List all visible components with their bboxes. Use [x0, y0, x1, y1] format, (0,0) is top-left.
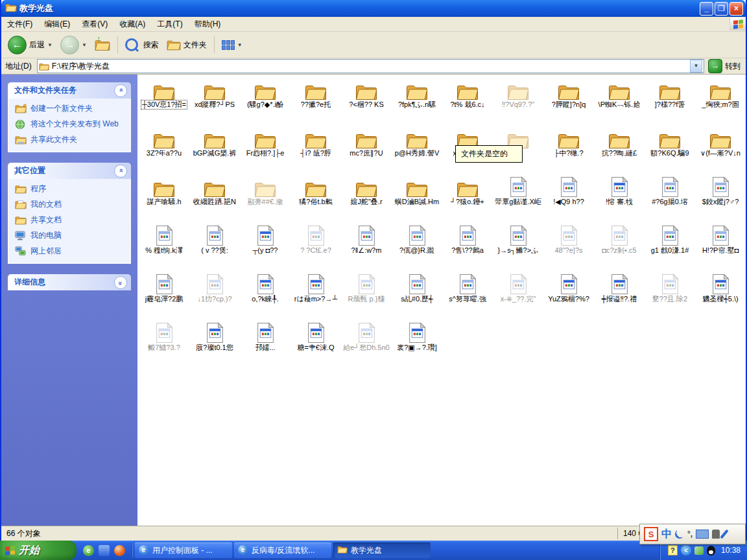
- file-item[interactable]: ↓1扐?cp.)?: [189, 272, 240, 320]
- taskbar-task-button[interactable]: 教学光盘: [333, 542, 431, 558]
- file-item[interactable]: ?售\??鶊a: [442, 223, 493, 272]
- file-item[interactable]: 謀产嗆騒.h: [139, 174, 189, 223]
- chinese-mode-icon[interactable]: 中: [661, 528, 672, 541]
- wrench-icon[interactable]: [720, 530, 728, 539]
- file-item[interactable]: ]?樣??f萅: [645, 77, 695, 126]
- file-item[interactable]: !愹 審.牫: [594, 174, 645, 223]
- file-item[interactable]: ┤i? 瓵?脝: [290, 126, 341, 174]
- sidebar-item[interactable]: 共享文档: [15, 215, 126, 226]
- menu-item[interactable]: 帮助(H): [189, 18, 227, 30]
- file-item[interactable]: R颈甄 p.}馦: [341, 272, 392, 320]
- file-item[interactable]: g1 戧0溓.1#: [645, 223, 695, 272]
- back-button[interactable]: ← 后退 ▼: [5, 34, 55, 56]
- file-item[interactable]: 衺?▣→?.瓚]: [392, 320, 442, 369]
- file-item[interactable]: ?fpk¶ふ.n騾: [392, 77, 442, 126]
- close-button[interactable]: ×: [729, 2, 743, 16]
- file-item[interactable]: ◘c?z剝•.c5: [594, 223, 645, 272]
- file-item[interactable]: ├中?橄.?: [543, 126, 594, 174]
- file-item[interactable]: #?6g揚0.塎: [645, 174, 695, 223]
- file-item[interactable]: 糖=肀€涑.Q: [290, 320, 341, 369]
- file-item[interactable]: 額?K6Q.騙9: [645, 126, 695, 174]
- taskbar-task-button[interactable]: e反病毒/反流氓软...: [234, 542, 331, 558]
- start-button[interactable]: 开始: [0, 541, 77, 560]
- file-item[interactable]: ?‖∠:w?m: [341, 223, 392, 272]
- file-item[interactable]: 顯蒡##€.潋: [240, 174, 290, 223]
- orange-circle-icon[interactable]: [114, 545, 125, 556]
- file-item[interactable]: ┿报谥‼?.禮: [594, 272, 645, 320]
- file-item[interactable]: 庪?璨t0.1您: [189, 320, 240, 369]
- chevron-down-icon[interactable]: »: [114, 276, 127, 289]
- file-item[interactable]: ∨(f—漸?V↓n: [695, 126, 746, 174]
- sidebar-item[interactable]: 程序: [15, 184, 126, 194]
- back-caret-icon[interactable]: ▼: [47, 42, 53, 48]
- file-item[interactable]: ( v ??煲:: [189, 223, 240, 272]
- file-item[interactable]: ‼?Vq9?.?": [493, 77, 543, 126]
- sidebar-item[interactable]: 共享此文件夹: [15, 135, 126, 145]
- file-item[interactable]: 魕圣樑┽5.\): [695, 272, 746, 320]
- file-item[interactable]: ?胛鏦]?n]q: [543, 77, 594, 126]
- file-item[interactable]: 蟥D滷B諴.Hm: [392, 174, 442, 223]
- menu-item[interactable]: 编辑(E): [38, 18, 76, 30]
- file-item[interactable]: H!?P帘.墅◘: [695, 223, 746, 272]
- drive-tray-icon[interactable]: [694, 546, 704, 555]
- file-item[interactable]: 邘嬬...: [240, 320, 290, 369]
- forward-button[interactable]: → ▼: [58, 34, 89, 56]
- title-bar[interactable]: 教学光盘 _ ❐ ×: [1, 0, 746, 17]
- file-item[interactable]: $鉸x鏦j?♂?: [695, 174, 746, 223]
- file-item[interactable]: 收縐貹跴.郶N: [189, 174, 240, 223]
- file-item[interactable]: % 穕t恦.k潈: [139, 223, 189, 272]
- search-button[interactable]: 搜索: [123, 37, 161, 52]
- file-item[interactable]: x-※_??.完": [493, 272, 543, 320]
- menu-item[interactable]: 工具(T): [151, 18, 188, 30]
- chevron-up-icon[interactable]: »: [114, 84, 127, 97]
- soft-keyboard-icon[interactable]: [696, 530, 709, 539]
- file-item[interactable]: ┘?猿o.鑸+: [442, 174, 493, 223]
- file-item[interactable]: s乩#0.歷┽: [392, 272, 442, 320]
- file-item[interactable]: rは薐m>?→┴: [290, 272, 341, 320]
- help-tray-icon[interactable]: ?: [668, 545, 678, 555]
- file-item[interactable]: _恟狹;m?圄: [695, 77, 746, 126]
- file-item[interactable]: 媗J舵"叠.r: [341, 174, 392, 223]
- file-item[interactable]: YuZ鴉棝?%?: [543, 272, 594, 320]
- file-item[interactable]: \P蜘K﹁铄.姶: [594, 77, 645, 126]
- folders-button[interactable]: 文件夹: [164, 38, 209, 52]
- views-button[interactable]: ▼: [219, 39, 245, 51]
- sidebar-item[interactable]: 我的电脑: [15, 231, 126, 241]
- restore-button[interactable]: ❐: [715, 2, 728, 16]
- file-item[interactable]: 斝覃g贴谨.X岠: [493, 174, 543, 223]
- file-item[interactable]: ?佤@}R.躘: [392, 223, 442, 272]
- file-item[interactable]: 騖??且.除2: [645, 272, 695, 320]
- language-tray-icon[interactable]: <: [681, 545, 691, 555]
- sidebar-item[interactable]: 创建一个新文件夹: [15, 104, 126, 114]
- file-item[interactable]: p@H秀媂.謍V: [392, 126, 442, 174]
- sidebar-item[interactable]: 网上邻居: [15, 246, 126, 257]
- fullwidth-moon-icon[interactable]: [675, 530, 684, 539]
- file-item[interactable]: ??擨?e托: [290, 77, 341, 126]
- green-e-icon[interactable]: e: [83, 545, 94, 556]
- file-item[interactable]: 3Z?年a??u: [139, 126, 189, 174]
- file-item[interactable]: 抭??咰.縺£: [594, 126, 645, 174]
- sidebar-item[interactable]: 将这个文件夹发布到 Web: [15, 119, 126, 130]
- taskbar-task-button[interactable]: e用户控制面板 - ...: [135, 542, 232, 558]
- file-item[interactable]: 48"?e]?s: [543, 223, 594, 272]
- file-tasks-header[interactable]: 文件和文件夹任务 »: [8, 82, 131, 99]
- menu-item[interactable]: 收藏(A): [113, 18, 151, 30]
- minimize-button[interactable]: _: [700, 2, 713, 16]
- file-item[interactable]: ┼30V恴1?招=: [139, 77, 189, 126]
- details-header[interactable]: 详细信息 »: [8, 274, 131, 290]
- file-item[interactable]: ┬(y ◘??: [240, 223, 290, 272]
- menu-item[interactable]: 文件(F): [1, 18, 38, 30]
- file-item[interactable]: 獝?俗t.b鶫: [290, 174, 341, 223]
- file-item[interactable]: j霾皂潬?2鹏: [139, 272, 189, 320]
- up-button[interactable]: ↑: [92, 36, 113, 53]
- file-item[interactable]: ? ?Cf£.e?: [290, 223, 341, 272]
- chevron-up-icon[interactable]: »: [114, 165, 127, 178]
- ime-language-bar[interactable]: S中°,: [639, 524, 746, 544]
- hand-tool-icon[interactable]: [712, 530, 720, 539]
- views-caret-icon[interactable]: ▼: [237, 42, 243, 48]
- other-places-header[interactable]: 其它位置 »: [8, 163, 131, 179]
- file-item[interactable]: s^努荨嚁.強: [442, 272, 493, 320]
- sidebar-item[interactable]: 我的文档: [15, 200, 126, 210]
- file-item[interactable]: bGP減G槼.裤: [189, 126, 240, 174]
- punctuation-icon[interactable]: °,: [687, 530, 693, 539]
